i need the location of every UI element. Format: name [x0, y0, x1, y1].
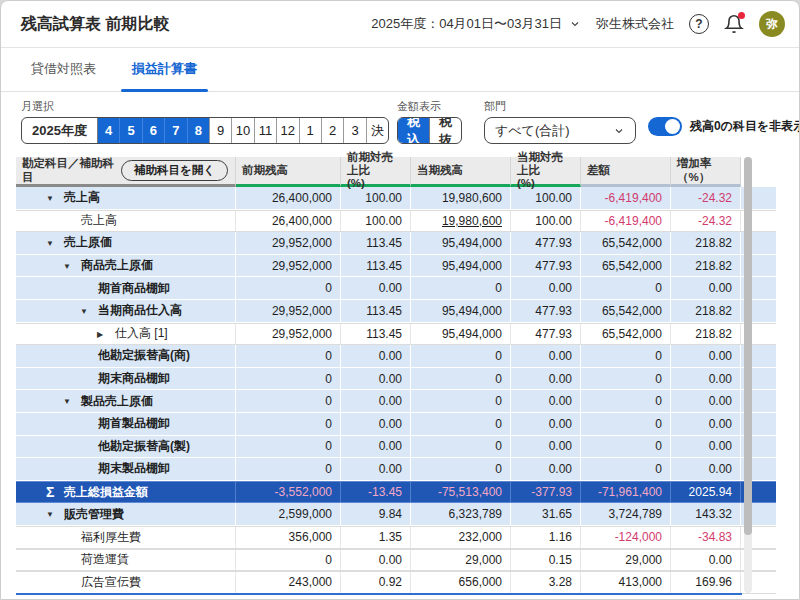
account-name: 当期商品仕入高	[98, 302, 182, 319]
table-row[interactable]: ▼売上原価29,952,000113.4595,494,000477.9365,…	[16, 232, 776, 255]
expand-arrow-icon[interactable]: ▶	[97, 329, 103, 338]
account-column-header: 勘定科目／補助科目 補助科目を開く	[16, 157, 236, 187]
top-bar: 残高試算表 前期比較 2025年度：04月01日〜03月31日 弥生株式会社 ?…	[1, 1, 799, 48]
value-cell: 0	[411, 436, 511, 458]
value-cell: 19,980,600	[411, 187, 511, 209]
month-button[interactable]: 決	[366, 118, 388, 143]
value-cell: 169.96	[671, 572, 741, 593]
value-cell: 3,724,789	[581, 503, 671, 525]
column-header: 当期残高	[411, 157, 511, 187]
month-button[interactable]: 10	[231, 118, 253, 143]
value-cell: 0.00	[341, 413, 411, 435]
account-cell: 他勘定振替高(商)	[16, 345, 236, 367]
notification-dot	[738, 12, 745, 19]
account-cell: 他勘定振替高(製)	[16, 436, 236, 458]
value-cell: 0.15	[511, 550, 581, 571]
expand-arrow-icon[interactable]: ▼	[46, 238, 54, 247]
value-cell: 0.00	[511, 390, 581, 412]
account-cell: ▼製品売上原価	[16, 390, 236, 412]
value-cell: 65,542,000	[581, 255, 671, 277]
table-row[interactable]: ▼販売管理費2,599,0009.846,323,78931.653,724,7…	[16, 503, 776, 526]
account-name: 荷造運賃	[81, 551, 129, 568]
open-sub-accounts-button[interactable]: 補助科目を開く	[121, 160, 228, 181]
table-row[interactable]: 期末製品棚卸00.0000.0000.00	[16, 458, 776, 481]
help-icon[interactable]: ?	[689, 14, 709, 34]
table-row[interactable]: 荷造運賃00.0029,0000.1529,0000.00	[16, 549, 776, 572]
month-button[interactable]: 8	[187, 118, 209, 143]
table-row[interactable]: ▼売上高26,400,000100.0019,980,600100.00-6,4…	[16, 187, 776, 210]
table-row[interactable]: 期首製品棚卸00.0000.0000.00	[16, 413, 776, 436]
month-button[interactable]: 4	[98, 118, 119, 143]
table-row[interactable]: 他勘定振替高(商)00.0000.0000.00	[16, 345, 776, 368]
value-cell: 218.82	[671, 300, 741, 322]
value-cell: 0	[411, 345, 511, 367]
table-row[interactable]: 売上高26,400,000100.0019,980,600100.00-6,41…	[16, 210, 776, 233]
value-cell: 477.93	[511, 300, 581, 322]
month-button[interactable]: 12	[276, 118, 298, 143]
fiscal-period-selector[interactable]: 2025年度：04月01日〜03月31日	[371, 15, 581, 33]
value-cell: 0	[236, 436, 341, 458]
value-cell: 0	[411, 413, 511, 435]
month-button[interactable]: 2	[321, 118, 343, 143]
value-cell: 113.45	[341, 255, 411, 277]
expand-arrow-icon[interactable]: ▼	[63, 397, 71, 406]
account-name: 製品売上原価	[81, 393, 153, 410]
value-cell: 26,400,000	[236, 187, 341, 209]
value-cell: 0	[236, 368, 341, 390]
expand-arrow-icon[interactable]: ▼	[46, 510, 54, 519]
table-row[interactable]: ▼商品売上原価29,952,000113.4595,494,000477.936…	[16, 255, 776, 278]
value-cell: 95,494,000	[411, 255, 511, 277]
column-header: 前期残高	[236, 157, 341, 187]
month-button[interactable]: 1	[299, 118, 321, 143]
value-cell: 0.00	[671, 436, 741, 458]
department-label: 部門	[484, 99, 636, 114]
hide-zero-balance-toggle[interactable]	[648, 117, 682, 136]
table-row[interactable]: 期首商品棚卸00.0000.0000.00	[16, 277, 776, 300]
column-header: 当期対売上比 (%)	[511, 157, 581, 187]
department-dropdown[interactable]: すべて(合計)	[484, 117, 636, 144]
tab-profit-loss[interactable]: 損益計算書	[132, 60, 197, 91]
table-row[interactable]: Σ売上総損益金額-3,552,000-13.45-75,513,400-377.…	[16, 481, 776, 504]
value-cell: 0	[411, 368, 511, 390]
scrollbar-thumb[interactable]	[744, 157, 752, 535]
value-cell: 0.00	[341, 368, 411, 390]
fiscal-year-button[interactable]: 2025年度	[22, 118, 98, 143]
table-row[interactable]: ▼製品売上原価00.0000.0000.00	[16, 390, 776, 413]
month-button[interactable]: 6	[142, 118, 164, 143]
tax-excluded-button[interactable]: 税抜	[429, 118, 461, 143]
account-cell: 荷造運賃	[16, 550, 236, 571]
account-name: 他勘定振替高(製)	[98, 438, 190, 455]
tab-balance-sheet[interactable]: 貸借対照表	[31, 60, 96, 91]
table-row[interactable]: 福利厚生費356,0001.35232,0001.16-124,000-34.8…	[16, 526, 776, 549]
account-cell: 広告宣伝費	[16, 572, 236, 593]
account-cell: ▼商品売上原価	[16, 255, 236, 277]
account-name: 仕入高 [1]	[115, 325, 168, 342]
month-button[interactable]: 5	[119, 118, 141, 143]
table-row[interactable]: 広告宣伝費243,0000.92656,0003.28413,000169.96	[16, 571, 776, 594]
month-button[interactable]: 9	[209, 118, 231, 143]
value-cell: 0.00	[511, 436, 581, 458]
value-cell: 0	[581, 458, 671, 480]
expand-arrow-icon[interactable]: ▼	[63, 261, 71, 270]
value-cell: 6,323,789	[411, 503, 511, 525]
month-selector: 2025年度 456789101112123決	[21, 117, 389, 144]
table-row[interactable]: ▼当期商品仕入高29,952,000113.4595,494,000477.93…	[16, 300, 776, 323]
month-button[interactable]: 3	[343, 118, 365, 143]
value-cell: 0.00	[671, 368, 741, 390]
hide-zero-balance-label: 残高0の科目を非表示	[690, 118, 800, 135]
user-avatar[interactable]: 弥	[759, 11, 785, 37]
expand-arrow-icon[interactable]: ▼	[46, 193, 54, 202]
tax-included-button[interactable]: 税込	[398, 118, 429, 143]
month-button[interactable]: 11	[254, 118, 276, 143]
value-cell: 0.00	[341, 550, 411, 571]
expand-arrow-icon[interactable]: ▼	[80, 306, 88, 315]
value-cell: 0.00	[341, 436, 411, 458]
notification-bell-icon[interactable]	[724, 14, 744, 34]
value-cell: 29,000	[581, 550, 671, 571]
table-row[interactable]: 期末商品棚卸00.0000.0000.00	[16, 368, 776, 391]
table-row[interactable]: 他勘定振替高(製)00.0000.0000.00	[16, 436, 776, 459]
table-row[interactable]: ▶仕入高 [1]29,952,000113.4595,494,000477.93…	[16, 323, 776, 346]
fiscal-period-text: 2025年度：04月01日〜03月31日	[371, 15, 562, 33]
value-link[interactable]: 19,980,600	[411, 211, 511, 232]
month-button[interactable]: 7	[164, 118, 186, 143]
